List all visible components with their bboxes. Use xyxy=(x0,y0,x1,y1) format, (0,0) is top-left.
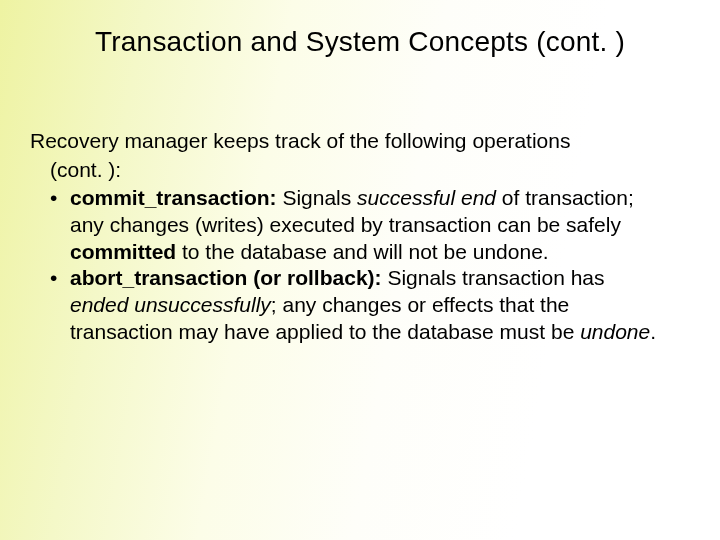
intro-line-2: (cont. ): xyxy=(30,157,664,184)
bullet-item: commit_transaction: Signals successful e… xyxy=(30,185,664,265)
bullet-item: abort_transaction (or rollback): Signals… xyxy=(30,265,664,345)
bullet-label: commit_transaction: xyxy=(70,186,277,209)
slide-body: Recovery manager keeps track of the foll… xyxy=(30,128,664,345)
intro-line-1: Recovery manager keeps track of the foll… xyxy=(30,128,664,155)
slide-title: Transaction and System Concepts (cont. ) xyxy=(48,26,672,58)
slide: Transaction and System Concepts (cont. )… xyxy=(0,0,720,540)
bullet-text: Signals xyxy=(277,186,358,209)
bullet-em: undone xyxy=(580,320,650,343)
bullet-list: commit_transaction: Signals successful e… xyxy=(30,185,664,345)
bullet-label: abort_transaction (or rollback): xyxy=(70,266,382,289)
bullet-text: to the database and will not be undone. xyxy=(176,240,548,263)
bullet-strong: committed xyxy=(70,240,176,263)
bullet-em: ended unsuccessfully xyxy=(70,293,271,316)
bullet-text: . xyxy=(650,320,656,343)
bullet-text: Signals transaction has xyxy=(382,266,605,289)
bullet-em: successful end xyxy=(357,186,496,209)
